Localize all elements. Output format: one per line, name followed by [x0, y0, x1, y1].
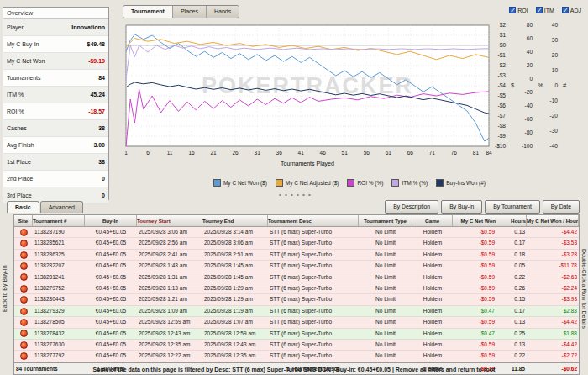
cell-type: No Limit	[359, 272, 412, 283]
cell-desc: STT (6 max) Super-Turbo	[268, 272, 359, 283]
button-by-tournament[interactable]: By Tournament	[485, 200, 540, 214]
overview-row: 1st Place38	[3, 154, 108, 171]
column-header[interactable]: Game	[412, 215, 453, 226]
toggle-adj[interactable]: ✓ADJ	[562, 7, 581, 13]
cell-net: -$0.59	[453, 250, 496, 260]
svg-text:1: 1	[124, 150, 128, 156]
svg-text:10: 10	[552, 67, 559, 73]
table-row[interactable]: 1138278432€0.45+€0.052025/09/28 12:43 am…	[14, 329, 579, 340]
svg-text:-80: -80	[525, 129, 533, 135]
cell-desc: STT (6 max) Super-Turbo	[268, 227, 359, 237]
cell-game: Holdem	[412, 261, 453, 271]
legend-swatch	[276, 179, 283, 187]
tab-advanced[interactable]: Advanced	[40, 201, 83, 213]
site-icon	[20, 319, 28, 326]
cell-type: No Limit	[359, 261, 412, 271]
svg-text:-$7: -$7	[498, 113, 507, 119]
checkbox-roi-icon[interactable]: ✓	[509, 7, 516, 13]
chart-legend: My C Net Won ($)My C Net Adjusted ($)ROI…	[114, 179, 585, 188]
button-by-date[interactable]: By Date	[543, 200, 580, 214]
checkbox-adj-icon[interactable]: ✓	[562, 7, 569, 13]
cell-tournament: 1138277792	[33, 351, 85, 361]
overview-value: 38	[98, 125, 105, 131]
svg-text:21: 21	[210, 150, 217, 156]
svg-text:46: 46	[320, 150, 327, 156]
button-by-description[interactable]: By Description	[385, 200, 438, 214]
site-icon	[20, 330, 28, 337]
tab-basic[interactable]: Basic	[7, 201, 39, 213]
svg-text:71: 71	[429, 150, 436, 156]
overview-label: ITM %	[7, 92, 24, 98]
overview-value: 38	[98, 159, 105, 165]
tournament-results-chart: POKERTRACKER$2$1$0-$1-$2-$3-$4-$5-$6-$7-…	[114, 20, 585, 178]
cell-per_hour: -$11.78	[527, 261, 579, 271]
table-row[interactable]: 1138282207€0.45+€0.052025/09/28 1:43 am2…	[14, 261, 579, 272]
table-row[interactable]: 1138279752€0.45+€0.052025/09/28 1:13 am2…	[14, 283, 579, 294]
table-row[interactable]: 1138278505€0.45+€0.052025/09/28 12:59 am…	[14, 317, 579, 328]
cell-game: Holdem	[412, 317, 453, 327]
checkbox-itm-icon[interactable]: ✓	[536, 7, 543, 13]
back-to-by-buyin-strip[interactable]: Back to By Buy-In	[2, 215, 8, 362]
svg-text:-$10: -$10	[495, 143, 506, 149]
cell-buyin: €0.45+€0.05	[85, 250, 137, 260]
cell-game: Holdem	[412, 272, 453, 283]
svg-text:31: 31	[255, 150, 261, 156]
report-tabs: BasicAdvanced	[7, 201, 83, 213]
cell-type: No Limit	[359, 340, 412, 350]
button-by-buy-in[interactable]: By Buy-in	[441, 200, 482, 214]
cell-hours: 0.25	[496, 329, 527, 339]
cell-start: 2025/09/28 2:56 am	[137, 238, 202, 248]
overview-row: 2nd Place0	[3, 171, 108, 188]
overview-label: 1st Place	[7, 159, 31, 165]
svg-text:20: 20	[552, 52, 559, 58]
svg-text:80: 80	[527, 22, 533, 28]
site-icon	[20, 352, 28, 360]
column-header[interactable]: Tournament Type	[359, 215, 412, 226]
cell-end: 2025/09/28 1:29 am	[202, 283, 268, 293]
column-header[interactable]: Tournament #	[33, 215, 85, 226]
overview-label: 2nd Place	[7, 176, 33, 182]
column-header[interactable]: Site	[14, 215, 33, 226]
column-header[interactable]: Tournament Desc	[268, 215, 359, 226]
column-header[interactable]: Tourney Start	[137, 215, 202, 226]
tournaments-table: SiteTournament #Buy-InTourney StartTourn…	[13, 214, 580, 375]
cell-hours: 0.15	[496, 294, 527, 304]
cell-per_hour: -$2.63	[527, 272, 579, 283]
table-row[interactable]: 1138286325€0.45+€0.052025/09/28 2:41 am2…	[14, 250, 579, 261]
svg-text:%: %	[538, 82, 543, 89]
column-header[interactable]: My C Net Won / Hour	[527, 215, 579, 226]
toggle-roi[interactable]: ✓ROI	[509, 7, 528, 13]
overview-row: ITM %45.24	[3, 87, 108, 103]
tab-hands[interactable]: Hands	[207, 6, 239, 18]
cell-type: No Limit	[359, 306, 412, 316]
cell-type: No Limit	[359, 283, 412, 293]
column-header[interactable]: My C Net Won	[453, 215, 496, 226]
toggle-itm[interactable]: ✓ITM	[536, 7, 554, 13]
svg-text:0: 0	[554, 82, 558, 88]
tab-places[interactable]: Places	[173, 6, 207, 18]
column-header[interactable]: Tourney End	[202, 215, 268, 226]
cell-net: -$0.59	[453, 261, 496, 271]
cell-tournament: 1138278505	[33, 317, 85, 327]
table-row[interactable]: 1138280443€0.45+€0.052025/09/28 1:21 am2…	[14, 294, 579, 305]
overview-row: Avg Finish3.00	[3, 137, 108, 154]
splitter-handle[interactable]	[277, 193, 312, 197]
table-row[interactable]: 1138279329€0.45+€0.052025/09/28 1:09 am2…	[14, 306, 579, 317]
cell-game: Holdem	[412, 306, 453, 316]
table-row[interactable]: 1138277630€0.45+€0.052025/09/28 12:35 am…	[14, 340, 579, 351]
table-row[interactable]: 1138281241€0.45+€0.052025/09/28 1:31 am2…	[14, 272, 579, 283]
svg-text:26: 26	[233, 150, 239, 156]
legend-item: ROI % (%)	[347, 179, 383, 187]
cell-game: Holdem	[412, 340, 453, 350]
cell-game: Holdem	[412, 283, 453, 293]
table-row[interactable]: 1138287190€0.45+€0.052025/09/28 3:06 am2…	[14, 227, 579, 238]
filter-note[interactable]: Some of the data on this page is filtere…	[0, 367, 588, 372]
tab-tournament[interactable]: Tournament	[123, 6, 173, 18]
overview-value: Innovationn	[71, 24, 105, 30]
table-row[interactable]: 1138277792€0.45+€0.052025/09/28 12:22 am…	[14, 351, 579, 362]
column-header[interactable]: Buy-In	[85, 215, 137, 226]
cell-buyin: €0.45+€0.05	[85, 294, 137, 304]
legend-label: Buy-Ins Won (#)	[446, 180, 486, 186]
column-header[interactable]: Hours	[496, 215, 527, 226]
table-row[interactable]: 1138285621€0.45+€0.052025/09/28 2:56 am2…	[14, 238, 579, 249]
